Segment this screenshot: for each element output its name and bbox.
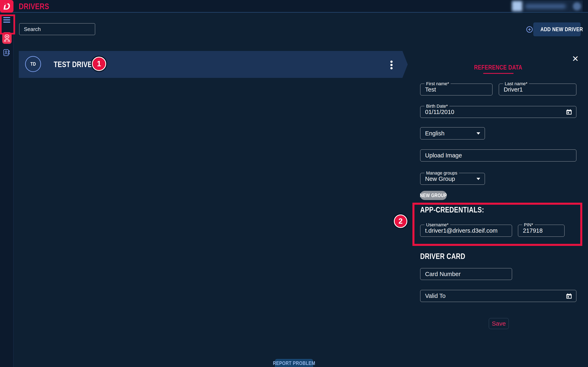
- driver-icon: [3, 34, 11, 43]
- user-info-panel: [511, 0, 583, 12]
- user-avatar[interactable]: [512, 1, 522, 11]
- pin-label: PIN*: [522, 222, 535, 227]
- valid-to-field[interactable]: [420, 290, 576, 302]
- annotation-step-1: 1: [92, 57, 106, 71]
- calendar-icon[interactable]: [566, 293, 572, 299]
- app-credentials-heading: APP-CREDENTIALS:: [420, 206, 484, 214]
- menu-icon: [3, 17, 10, 18]
- driver-row[interactable]: TD TEST DRIVER1: [19, 51, 408, 78]
- calendar-icon[interactable]: [566, 109, 572, 115]
- close-panel-button[interactable]: ✕: [571, 54, 580, 63]
- top-bar: DRIVERS: [0, 0, 588, 13]
- group-chip[interactable]: NEW GROUP: [420, 191, 447, 200]
- panel-title-underline: [483, 73, 513, 74]
- card-number-field[interactable]: [420, 268, 512, 280]
- driver-initials: TD: [30, 61, 36, 67]
- birth-date-field[interactable]: Birth Date*: [420, 106, 576, 118]
- language-select[interactable]: English: [420, 127, 485, 140]
- app-logo: D: [0, 0, 13, 13]
- sidebar-item-drivers[interactable]: [2, 32, 12, 44]
- plus-circle-icon: [526, 26, 533, 33]
- chevron-down-icon: [476, 132, 480, 134]
- upload-image-label: Upload Image: [420, 150, 576, 161]
- birth-date-label: Birth Date*: [424, 104, 449, 109]
- user-menu-button[interactable]: [573, 2, 581, 10]
- save-button[interactable]: Save: [489, 318, 509, 329]
- contacts-book-icon: [3, 49, 10, 57]
- username-field[interactable]: Username*: [420, 225, 512, 237]
- search-input[interactable]: [19, 23, 95, 35]
- manage-groups-select[interactable]: Manage groups New Group: [420, 173, 485, 185]
- report-problem-label: REPORT PROBLEM: [273, 360, 315, 366]
- card-number-input[interactable]: [420, 268, 512, 280]
- upload-image-button[interactable]: Upload Image: [420, 150, 576, 161]
- last-name-field[interactable]: Last name*: [499, 83, 576, 95]
- pin-field[interactable]: PIN*: [518, 225, 564, 237]
- chevron-down-icon: [476, 178, 480, 180]
- sidebar-item-contacts[interactable]: [3, 49, 10, 56]
- report-problem-button[interactable]: REPORT PROBLEM: [275, 359, 313, 367]
- sidebar: [0, 13, 13, 367]
- language-value: English: [420, 127, 485, 139]
- panel-title: REFERENCE DATA: [474, 64, 522, 71]
- row-kebab-menu-button[interactable]: [389, 60, 394, 71]
- kebab-icon: [390, 60, 393, 63]
- hamburger-menu-button[interactable]: [3, 17, 10, 23]
- save-label: Save: [492, 320, 506, 327]
- last-name-label: Last name*: [503, 81, 529, 86]
- user-name-redacted: [525, 4, 566, 8]
- valid-to-input[interactable]: [420, 290, 576, 302]
- add-new-driver-button[interactable]: ADD NEW DRIVER: [533, 22, 581, 36]
- app-screen: DRIVERS D: [0, 0, 588, 367]
- page-title: DRIVERS: [19, 2, 49, 11]
- first-name-label: First name*: [424, 81, 450, 86]
- first-name-field[interactable]: First name*: [420, 83, 493, 95]
- annotation-step-2: 2: [394, 215, 407, 228]
- panel-header: REFERENCE DATA: [420, 64, 576, 74]
- username-label: Username*: [424, 222, 450, 227]
- add-new-driver-label: ADD NEW DRIVER: [540, 26, 583, 33]
- manage-groups-label: Manage groups: [424, 170, 459, 176]
- driver-avatar: TD: [25, 56, 41, 72]
- close-icon: ✕: [572, 54, 579, 63]
- driver-card-heading: DRIVER CARD: [420, 252, 465, 261]
